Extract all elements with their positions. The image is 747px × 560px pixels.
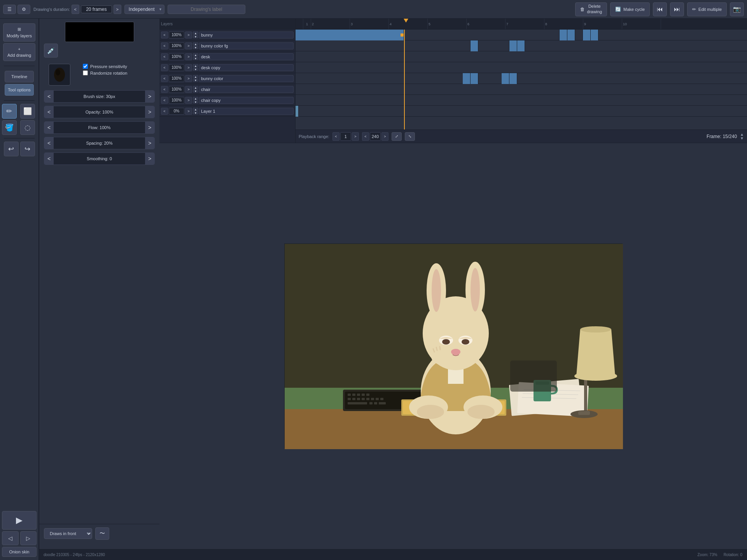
flow-increase[interactable]: > <box>145 122 154 133</box>
layer-vol-right-desk[interactable]: > <box>185 53 192 60</box>
layer-arr-up-deskcopy[interactable]: ▲ <box>193 64 198 67</box>
independent-dropdown[interactable]: Independent Loop <box>124 5 164 14</box>
layer-arr-up-chaircopy[interactable]: ▲ <box>193 97 198 100</box>
pressure-sensitivity-label: Pressure sensitivity <box>90 64 127 69</box>
layer-name-bunny[interactable]: bunny <box>199 32 294 38</box>
add-drawing-button[interactable]: + Add drawing <box>3 43 35 61</box>
fill-tool-button[interactable]: 🪣 <box>2 120 17 135</box>
layer-arr-dn-bcfg[interactable]: ▼ <box>193 46 198 49</box>
layer-arr-dn-desk[interactable]: ▼ <box>193 57 198 60</box>
layer-arr-up-bcfg[interactable]: ▲ <box>193 42 198 46</box>
pressure-sensitivity-checkbox[interactable] <box>83 64 88 69</box>
randomize-rotation-row[interactable]: Randomize rotation <box>83 70 127 75</box>
onion-skin-button[interactable]: Onion skin <box>2 547 37 557</box>
delete-drawing-button[interactable]: 🗑 Deletedrawing <box>575 2 607 16</box>
pb-end-increase[interactable]: > <box>381 132 388 141</box>
layer-arr-dn-l1[interactable]: ▼ <box>193 111 198 114</box>
undo-button[interactable]: ↩ <box>4 142 19 156</box>
flow-decrease[interactable]: < <box>44 122 54 133</box>
camera-button[interactable]: 📷 <box>730 2 744 16</box>
drawing-label-input[interactable] <box>168 5 245 14</box>
menu-button[interactable]: ☰ <box>3 5 16 14</box>
prev-frame-button[interactable]: ⏮ <box>653 2 667 16</box>
svg-line-65 <box>440 346 440 350</box>
opacity-increase[interactable]: > <box>145 106 154 118</box>
wave-button[interactable]: 〜 <box>95 527 109 540</box>
layer-vol-left-l1[interactable]: < <box>161 108 168 115</box>
layer-vol-right-l1[interactable]: > <box>185 108 192 115</box>
layer-arr-up-bunny[interactable]: ▲ <box>193 32 198 35</box>
duration-decrease-button[interactable]: < <box>72 5 79 14</box>
layer-arr-dn-chair[interactable]: ▼ <box>193 89 198 93</box>
layer-arr-up-chair[interactable]: ▲ <box>193 86 198 89</box>
smoothing-increase[interactable]: > <box>145 153 154 164</box>
layer-arrows-l1: ▲ ▼ <box>193 108 198 114</box>
scroll-down-button[interactable]: ▼ <box>740 136 744 140</box>
expand-horizontal-button[interactable]: ⤡ <box>405 132 415 141</box>
layer-name-bc[interactable]: bunny color <box>199 75 294 82</box>
layer-vol-left-bcfg[interactable]: < <box>161 42 168 49</box>
duration-increase-button[interactable]: > <box>114 5 121 14</box>
spacing-decrease[interactable]: < <box>44 137 54 149</box>
pressure-sensitivity-row[interactable]: Pressure sensitivity <box>83 64 127 69</box>
expand-vertical-button[interactable]: ⤢ <box>392 132 402 141</box>
layer-vol-right-chaircopy[interactable]: > <box>185 97 192 104</box>
layer-arr-up-desk[interactable]: ▲ <box>193 53 198 56</box>
animation-canvas[interactable]: BEVERLY BUNNY, P.I. <box>284 243 623 449</box>
settings-button[interactable]: ⚙ <box>17 5 30 14</box>
eyedropper-button[interactable]: 💉 <box>44 44 58 58</box>
draws-in-front-dropdown[interactable]: Draws in front Draws behind <box>44 528 92 539</box>
layer-vol-right-deskcopy[interactable]: > <box>185 64 192 71</box>
scrub-left-button[interactable]: ◁ <box>2 531 19 545</box>
randomize-rotation-checkbox[interactable] <box>83 70 88 75</box>
pb-start-increase[interactable]: > <box>352 132 359 141</box>
make-cycle-button[interactable]: 🔄 Make cycle <box>610 2 650 16</box>
brush-tool-button[interactable]: ✏ <box>2 104 17 119</box>
layer-arr-up-l1[interactable]: ▲ <box>193 108 198 111</box>
svg-rect-23 <box>352 398 355 400</box>
next-frame-button[interactable]: ⏭ <box>670 2 684 16</box>
layer-arr-dn-bunny[interactable]: ▼ <box>193 35 198 38</box>
layer-name-l1[interactable]: Layer 1 <box>199 108 294 115</box>
scroll-up-button[interactable]: ▲ <box>740 133 744 136</box>
modify-layers-button[interactable]: ⊞ Modify layers <box>3 23 35 42</box>
eraser-tool-button[interactable]: ⬜ <box>20 104 35 119</box>
layer-vol-left-desk[interactable]: < <box>161 53 168 60</box>
play-button[interactable]: ▶ <box>2 511 37 530</box>
layer-vol-right-bc[interactable]: > <box>185 75 192 82</box>
layer-vol-right-chair[interactable]: > <box>185 86 192 93</box>
layer-name-desk[interactable]: desk <box>199 53 294 60</box>
layer-vol-left-deskcopy[interactable]: < <box>161 64 168 71</box>
layer-vol-left-chair[interactable]: < <box>161 86 168 93</box>
layer-vol-left-bc[interactable]: < <box>161 75 168 82</box>
ruler-mark-9: 9 <box>583 19 622 29</box>
layer-arr-up-bc[interactable]: ▲ <box>193 75 198 78</box>
brush-size-decrease[interactable]: < <box>44 91 54 102</box>
smoothing-decrease[interactable]: < <box>44 153 54 164</box>
tool-options-tab[interactable]: Tool options <box>5 84 34 96</box>
lasso-tool-button[interactable]: ◌ <box>20 120 35 135</box>
layer-vol-right-bcfg[interactable]: > <box>185 42 192 49</box>
scrub-right-button[interactable]: ▷ <box>20 531 37 545</box>
opacity-decrease[interactable]: < <box>44 106 54 118</box>
edit-multiple-button[interactable]: ✏ Edit multiple <box>687 2 727 16</box>
layer-vol-left-chaircopy[interactable]: < <box>161 97 168 104</box>
layer-arr-dn-bc[interactable]: ▼ <box>193 79 198 82</box>
svg-point-55 <box>432 269 441 312</box>
timeline-tab[interactable]: Timeline <box>5 71 34 82</box>
layer-arr-dn-chaircopy[interactable]: ▼ <box>193 100 198 103</box>
layer-name-deskcopy[interactable]: desk copy <box>199 64 294 71</box>
layer-arr-dn-deskcopy[interactable]: ▼ <box>193 68 198 71</box>
layer-vol-left-bunny[interactable]: < <box>161 32 168 38</box>
layer-arrows-deskcopy: ▲ ▼ <box>193 64 198 71</box>
layer-vol-right-bunny[interactable]: > <box>185 32 192 38</box>
layer-name-chair[interactable]: chair <box>199 86 294 93</box>
brush-size-increase[interactable]: > <box>145 91 154 102</box>
svg-point-60 <box>462 339 469 345</box>
redo-button[interactable]: ↪ <box>20 142 35 156</box>
layer-name-bcfg[interactable]: bunny color fg <box>199 42 294 49</box>
layer-name-chaircopy[interactable]: chair copy <box>199 97 294 104</box>
spacing-increase[interactable]: > <box>145 137 154 149</box>
pb-end-decrease[interactable]: < <box>362 132 369 141</box>
pb-start-decrease[interactable]: < <box>332 132 339 141</box>
